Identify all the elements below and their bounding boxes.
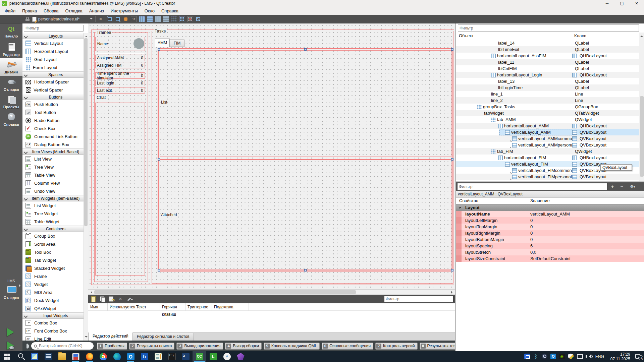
close-document-button[interactable]: ✕ xyxy=(98,16,103,22)
taskbar-chrome[interactable] xyxy=(96,351,110,362)
taskbar-utility[interactable] xyxy=(220,351,234,362)
tree-row-label_14[interactable]: label_14QLabel xyxy=(456,40,639,46)
taskbar-edge[interactable] xyxy=(110,351,124,362)
field-assigned-amm[interactable]: Assigned AMM0 xyxy=(95,55,145,61)
tray-volume-icon[interactable] xyxy=(585,354,591,359)
tray-network-icon[interactable] xyxy=(577,354,582,359)
menu-Файл[interactable]: Файл xyxy=(1,8,19,14)
taskbar-firefox[interactable] xyxy=(83,351,96,362)
tab-Редактор действий[interactable]: Редактор действий xyxy=(88,333,133,341)
action-editor-filter-input[interactable] xyxy=(384,296,453,302)
tab-AMM[interactable]: AMM xyxy=(155,39,170,47)
mode-Дизайн[interactable]: Дизайн xyxy=(0,58,22,76)
new-action-icon[interactable] xyxy=(90,296,96,302)
menu-Инструменты[interactable]: Инструменты xyxy=(107,8,141,14)
debug-run-button[interactable] xyxy=(7,341,14,350)
tree-row-tab_AMM[interactable]: tab_AMMQWidget xyxy=(456,116,639,123)
output-pane-Основные сообщения[interactable]: 6Основные сообщения xyxy=(322,343,373,350)
tree-row-label_13[interactable]: label_13QLabel xyxy=(456,78,639,84)
run-button[interactable] xyxy=(7,328,14,337)
selection-handle[interactable] xyxy=(451,158,453,161)
tree-row-lblTimeExit[interactable]: lblTimeExitQLabel xyxy=(456,46,639,53)
output-pane-Консоль отладчика QML[interactable]: 5Консоль отладчика QML xyxy=(264,343,320,350)
property-value[interactable]: 0,0 xyxy=(529,249,644,255)
widget-tool-box[interactable]: Tool Box xyxy=(22,248,84,256)
language-indicator[interactable]: ENG xyxy=(595,354,604,359)
list-label[interactable]: List xyxy=(161,100,167,105)
property-value[interactable]: 0 xyxy=(529,224,644,230)
field-last-login[interactable]: Last login0 xyxy=(95,80,145,86)
widget-command-link-button[interactable]: Command Link Button xyxy=(22,132,84,140)
minimize-button[interactable]: ─ xyxy=(600,0,614,7)
output-pane-Вывод сборки[interactable]: 4Вывод сборки xyxy=(225,343,262,350)
tree-row-tabWidget[interactable]: tabWidgetQTabWidget xyxy=(456,110,639,116)
tray-q-tray-icon[interactable] xyxy=(550,354,556,359)
taskbar-q-app[interactable] xyxy=(124,351,138,362)
kit-selector[interactable]: LMS Отладка xyxy=(0,279,22,300)
menu-Отладка[interactable]: Отладка xyxy=(62,8,86,14)
taskbar-powershell[interactable] xyxy=(179,351,193,362)
edit-buddies-icon[interactable] xyxy=(123,16,129,22)
taskbar-photos[interactable] xyxy=(28,351,41,362)
scrollbar-thumb[interactable] xyxy=(84,38,88,226)
locator-search[interactable] xyxy=(31,342,94,350)
kit-expand-icon[interactable] xyxy=(19,284,22,287)
tray-bluetooth-icon[interactable] xyxy=(533,354,539,359)
widget-frame[interactable]: Frame xyxy=(22,272,84,280)
object-inspector-filter-input[interactable] xyxy=(458,24,639,32)
scroll-up-icon[interactable] xyxy=(85,35,88,37)
tree-row-verticalLayout_FIMpersonal[interactable]: verticalLayout_FIMpersonalQVBoxLayout xyxy=(456,174,639,180)
widget-vertical-layout[interactable]: Vertical Layout xyxy=(22,39,84,47)
widget-check-box[interactable]: Check Box xyxy=(22,124,84,132)
delete-action-icon[interactable] xyxy=(117,296,123,302)
property-layoutRightMargin[interactable]: layoutRightMargin0 xyxy=(456,230,644,236)
selection-handle[interactable] xyxy=(304,269,307,272)
mode-Редактор[interactable]: Редактор xyxy=(0,41,22,58)
category-Layouts[interactable]: Layouts xyxy=(22,33,84,39)
mode-Начало[interactable]: QtНачало xyxy=(0,23,22,41)
tree-row-lblCntFIM[interactable]: lblCntFIMQLabel xyxy=(456,65,639,72)
tree-row-horizontalLayout_FIM[interactable]: horizontalLayout_FIMQHBoxLayout xyxy=(456,155,639,161)
category-Buttons[interactable]: Buttons xyxy=(22,94,84,100)
copy-action-icon[interactable] xyxy=(99,296,105,302)
chat-box[interactable] xyxy=(95,103,145,276)
tree-row-groupBox_Tasks[interactable]: groupBox_TasksQGroupBox xyxy=(456,104,639,110)
widget-tab-widget[interactable]: Tab Widget xyxy=(22,256,84,264)
taskbar-crystal[interactable] xyxy=(234,351,248,362)
scroll-right-icon[interactable] xyxy=(451,291,454,294)
taskbar-clock[interactable]: 17:29 07.11.2025 xyxy=(610,352,630,361)
tray-nvidia-icon[interactable] xyxy=(559,354,565,359)
locator-input[interactable] xyxy=(39,344,91,348)
widget-list-widget[interactable]: List Widget xyxy=(22,201,84,209)
open-document-selector[interactable]: personalcardtrainee.ui* xyxy=(32,15,89,23)
menu-Анализ[interactable]: Анализ xyxy=(86,8,107,14)
widget-tool-button[interactable]: Tool Button xyxy=(22,108,84,116)
category-Containers[interactable]: Containers xyxy=(22,226,84,232)
widget-font-combo-box[interactable]: FFont Combo Box xyxy=(22,327,84,335)
widget-table-view[interactable]: Table View xyxy=(22,171,84,179)
object-inspector-scrollbar[interactable] xyxy=(639,33,644,189)
taskbar-calculator[interactable] xyxy=(41,351,55,362)
remove-property-button[interactable]: − xyxy=(619,183,625,190)
close-button[interactable]: ✕ xyxy=(629,0,644,7)
widget-combo-box[interactable]: Combo Box xyxy=(22,319,84,327)
category-Item Widgets (Item-Based)[interactable]: Item Widgets (Item-Based) xyxy=(22,195,84,201)
widget-list-view[interactable]: List View xyxy=(22,155,84,163)
property-layoutLeftMargin[interactable]: layoutLeftMargin0 xyxy=(456,217,644,224)
sync-action-icon[interactable] xyxy=(108,296,114,302)
property-layoutTopMargin[interactable]: layoutTopMargin0 xyxy=(456,224,644,230)
selection-handle[interactable] xyxy=(451,48,453,51)
scroll-left-icon[interactable] xyxy=(90,291,92,294)
lay-splitter-h-icon[interactable] xyxy=(155,16,161,22)
field-time-spent-on-the-simulator[interactable]: Time spent on the simulator0 xyxy=(95,72,145,79)
output-pane-Контроль версий[interactable]: 7Контроль версий xyxy=(375,343,417,350)
selection-handle[interactable] xyxy=(158,48,160,51)
widget-table-widget[interactable]: Table Widget xyxy=(22,218,84,226)
taskbar-iso-app[interactable] xyxy=(69,351,83,362)
category-Input Widgets[interactable]: Input Widgets xyxy=(22,312,84,319)
lower-widget-icon[interactable] xyxy=(115,16,121,22)
configure-icon[interactable] xyxy=(126,296,132,302)
property-value[interactable]: 6 xyxy=(529,243,644,249)
tree-row-line_2[interactable]: line_2Line xyxy=(456,97,639,104)
widget-tree-widget[interactable]: Tree Widget xyxy=(22,209,84,218)
